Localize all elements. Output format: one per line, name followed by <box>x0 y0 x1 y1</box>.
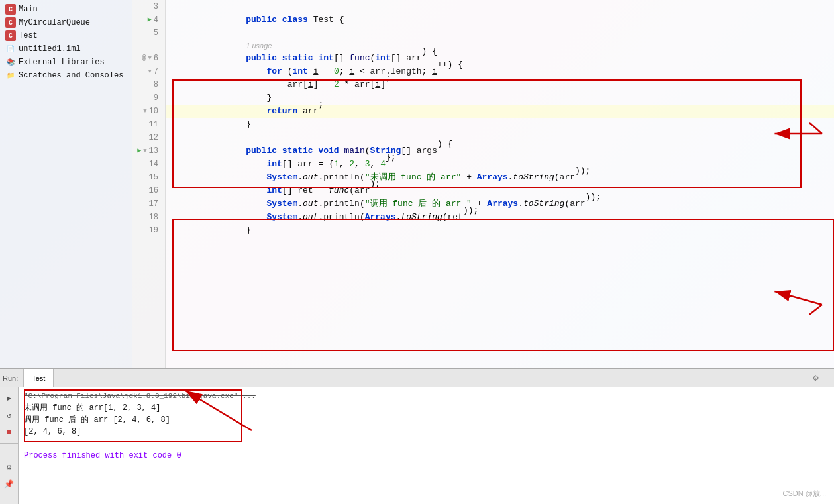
usage-hint: 1 usage <box>246 39 272 52</box>
bookmark-7[interactable]: ▼ <box>148 65 151 78</box>
keyword-public: public <box>246 13 277 26</box>
code-line-4: public class Test { <box>166 13 834 26</box>
code-container: 3 ▶ 4 5 @ ▼ 6 ▼ 7 8 9 ▼ <box>132 0 834 378</box>
red-box-main-body <box>172 219 834 351</box>
console-output[interactable]: "C:\Program Files\Java\jdk1.8.0_192\bin\… <box>19 387 834 504</box>
line-13: ▶ ▼ 13 <box>132 144 161 158</box>
line-11: 11 <box>132 118 161 131</box>
app-container: C Main C MyCircularQueue C Test 📄 untitl… <box>0 0 834 504</box>
console-output-line-1: 未调用 func 的 arr[1, 2, 3, 4] <box>24 402 829 414</box>
line-14: 14 <box>132 158 161 171</box>
line-12: 12 <box>132 131 161 144</box>
sidebar-label-test: Test <box>19 31 38 40</box>
sidebar-item-mycircularqueue[interactable]: C MyCircularQueue <box>0 16 132 29</box>
console-output-line-2: 调用 func 后 的 arr [2, 4, 6, 8] <box>24 414 829 426</box>
console-process-line: Process finished with exit code 0 <box>24 450 829 462</box>
classname-test: Test { <box>313 13 344 26</box>
sidebar-item-external-libs[interactable]: 📚 External Libraries <box>0 56 132 69</box>
folder-icon-scratches: 📁 <box>5 70 16 81</box>
bookmark-10[interactable]: ▼ <box>143 105 146 118</box>
sidebar-item-scratches[interactable]: 📁 Scratches and Consoles <box>0 69 132 82</box>
line-15: 15 <box>132 171 161 184</box>
bottom-tabs: Run: Test ⚙ – <box>0 369 834 387</box>
sidebar-label-iml: untitled1.iml <box>19 44 81 54</box>
bottom-content: ▶ ↺ ■ ⚙ 📌 "C:\Program Files\Java\jdk1.8.… <box>0 387 834 504</box>
svg-line-4 <box>809 305 822 315</box>
pin-btn[interactable]: 📌 <box>3 478 16 491</box>
bottom-panel: Run: Test ⚙ – ▶ ↺ ■ ⚙ 📌 "C:\Program File… <box>0 368 834 504</box>
code-line-12 <box>166 131 834 144</box>
line-19: 19 <box>132 224 161 237</box>
line-9: 9 <box>132 91 161 105</box>
sidebar-label-main: Main <box>19 5 38 14</box>
minus-icon[interactable]: – <box>824 374 829 383</box>
line-3: 3 <box>132 0 161 13</box>
code-line-18: System.out.println(Arrays.toString(ret))… <box>166 211 834 224</box>
console-blank <box>24 438 829 450</box>
bookmark-13[interactable]: ▼ <box>143 144 146 158</box>
class-icon-test: C <box>5 30 16 41</box>
code-line-5 <box>166 26 834 40</box>
gear-icon[interactable]: ⚙ <box>813 372 818 383</box>
line-17: 17 <box>132 197 161 211</box>
output-text-1: 未调用 func 的 arr[1, 2, 3, 4] <box>24 403 160 413</box>
tab-test[interactable]: Test <box>23 369 54 387</box>
keyword-class: class <box>282 13 308 26</box>
play-btn[interactable]: ▶ <box>3 391 16 405</box>
code-content[interactable]: public class Test { 1 usage public stati… <box>166 0 834 378</box>
bookmark-6[interactable]: ▼ <box>148 52 151 65</box>
line-7: ▼ 7 <box>132 65 161 78</box>
output-text-3: [2, 4, 6, 8] <box>24 427 81 436</box>
settings-btn[interactable]: ⚙ <box>3 460 16 474</box>
line-numbers: 3 ▶ 4 5 @ ▼ 6 ▼ 7 8 9 ▼ <box>132 0 166 378</box>
sidebar-item-test[interactable]: C Test <box>0 29 132 42</box>
line-18: 18 <box>132 211 161 224</box>
bottom-sidebar: ▶ ↺ ■ ⚙ 📌 <box>0 387 19 504</box>
rerun-btn[interactable]: ↺ <box>3 409 16 422</box>
separator <box>0 443 18 456</box>
sidebar-label-extlibs: External Libraries <box>19 58 105 67</box>
line-6: @ ▼ 6 <box>132 52 161 65</box>
stop-btn[interactable]: ■ <box>3 426 16 439</box>
sidebar-item-main[interactable]: C Main <box>0 3 132 16</box>
run-label: Run: <box>3 374 18 382</box>
line-usage <box>132 40 161 52</box>
line-5: 5 <box>132 26 161 40</box>
console-cmd-line: "C:\Program Files\Java\jdk1.8.0_192\bin\… <box>24 390 829 402</box>
folder-icon-extlibs: 📚 <box>5 57 16 68</box>
sidebar-item-iml[interactable]: 📄 untitled1.iml <box>0 42 132 56</box>
line-10: ▼ 10 <box>132 105 161 118</box>
class-icon-main: C <box>5 4 16 15</box>
editor-area: 3 ▶ 4 5 @ ▼ 6 ▼ 7 8 9 ▼ <box>132 0 834 378</box>
console-command: "C:\Program Files\Java\jdk1.8.0_192\bin\… <box>24 392 256 400</box>
sidebar-label-mycircularqueue: MyCircularQueue <box>19 18 90 27</box>
output-text-2: 调用 func 后 的 arr [2, 4, 6, 8] <box>24 415 170 425</box>
console-output-line-3: [2, 4, 6, 8] <box>24 426 829 438</box>
sidebar-label-scratches: Scratches and Consoles <box>19 71 123 80</box>
watermark: CSDN @放... <box>782 489 826 499</box>
code-line-3 <box>166 0 834 13</box>
code-line-10: return arr; <box>166 105 834 118</box>
svg-line-3 <box>774 291 821 305</box>
run-btn-4[interactable]: ▶ <box>148 13 152 26</box>
tab-test-label: Test <box>32 374 45 382</box>
class-icon-mycircularqueue: C <box>5 17 16 28</box>
line-8: 8 <box>132 78 161 91</box>
sidebar: C Main C MyCircularQueue C Test 📄 untitl… <box>0 0 132 378</box>
process-status: Process finished with exit code 0 <box>24 451 182 460</box>
line-4: ▶ 4 <box>132 13 161 26</box>
run-btn-13[interactable]: ▶ <box>137 144 141 158</box>
usage-hint-line: 1 usage <box>166 40 834 52</box>
file-icon-iml: 📄 <box>5 44 16 54</box>
line-16: 16 <box>132 184 161 197</box>
